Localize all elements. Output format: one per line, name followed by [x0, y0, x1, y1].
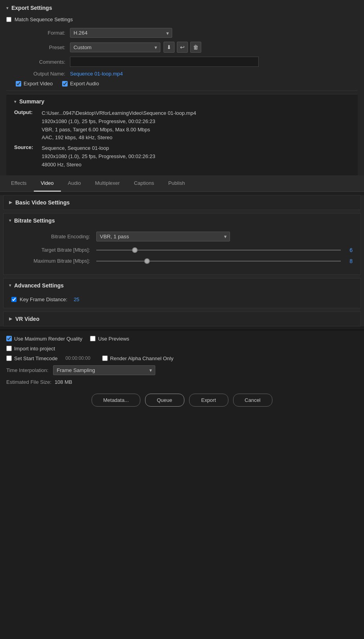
bitrate-settings-body: Bitrate Encoding: VBR, 1 pass Target Bit…	[4, 228, 360, 274]
video-settings-panel: ▶ Basic Video Settings ▾ Bitrate Setting…	[0, 195, 364, 326]
target-bitrate-slider[interactable]	[96, 250, 341, 250]
export-checkboxes: Export Video Export Audio	[6, 81, 358, 87]
export-settings-panel: ▾ Export Settings Match Sequence Setting…	[0, 0, 364, 175]
time-interpolation-row: Time Interpolation: Frame Sampling	[6, 365, 358, 375]
summary-section: ▾ Summary Output: C:\User...0947\Desktop…	[6, 94, 358, 175]
export-audio-checkbox-label[interactable]: Export Audio	[62, 81, 99, 87]
target-bitrate-value: 6	[345, 247, 353, 253]
load-preset-button[interactable]: ↩	[177, 42, 188, 53]
action-buttons: Metadata... Queue Export Cancel	[6, 390, 358, 410]
output-name-row: Output Name: Sequence 01-loop.mp4	[6, 71, 358, 77]
save-preset-button[interactable]: ⬇	[164, 42, 175, 53]
timecode-value: 00:00:00:00	[66, 355, 90, 361]
vr-video-chevron: ▶	[9, 317, 12, 321]
cancel-button[interactable]: Cancel	[233, 394, 272, 407]
output-summary-label: Output:	[14, 109, 38, 142]
bitrate-encoding-select[interactable]: VBR, 1 pass	[96, 232, 230, 241]
preset-actions: ⬇ ↩ 🗑	[164, 42, 201, 53]
vr-video-section: ▶ VR Video	[3, 311, 361, 326]
metadata-button[interactable]: Metadata...	[92, 394, 140, 407]
source-summary-content: Sequence, Sequence 01-loop 1920x1080 (1.…	[42, 144, 155, 169]
file-size-label: Estimated File Size:	[6, 379, 51, 385]
summary-header: ▾ Summary	[14, 98, 350, 105]
output-name-label: Output Name:	[14, 71, 65, 77]
max-render-quality-checkbox[interactable]	[6, 336, 12, 341]
export-settings-title: ▾ Export Settings	[6, 5, 358, 11]
export-audio-checkbox[interactable]	[62, 81, 68, 87]
tab-video[interactable]: Video	[34, 175, 61, 192]
advanced-settings-body: Key Frame Distance: 25	[4, 293, 360, 308]
divider-1	[6, 90, 358, 91]
use-previews-label[interactable]: Use Previews	[90, 336, 129, 342]
maximum-bitrate-slider[interactable]	[96, 261, 341, 261]
keyframe-label[interactable]: Key Frame Distance:	[20, 296, 67, 302]
target-bitrate-label: Target Bitrate [Mbps]:	[11, 247, 90, 253]
source-summary-label: Source:	[14, 144, 38, 169]
output-summary-row: Output: C:\User...0947\Desktop\VRforLear…	[14, 109, 350, 142]
target-bitrate-slider-wrapper: 6	[96, 247, 353, 253]
comments-input[interactable]	[70, 57, 259, 67]
tab-captions[interactable]: Captions	[127, 175, 161, 192]
bitrate-settings-header[interactable]: ▾ Bitrate Settings	[4, 214, 360, 228]
render-alpha-channel-label[interactable]: Render Alpha Channel Only	[102, 355, 173, 361]
max-render-quality-label[interactable]: Use Maximum Render Quality	[6, 336, 82, 342]
set-start-timecode-checkbox[interactable]	[6, 355, 12, 361]
bottom-options: Use Maximum Render Quality Use Previews …	[0, 330, 364, 415]
format-select[interactable]: H.264	[70, 28, 172, 38]
keyframe-distance-value: 25	[74, 296, 79, 302]
output-name-link[interactable]: Sequence 01-loop.mp4	[70, 71, 123, 77]
comments-label: Comments:	[14, 59, 65, 65]
tabs-bar: Effects Video Audio Multiplexer Captions…	[0, 175, 364, 192]
time-interpolation-select[interactable]: Frame Sampling	[53, 365, 155, 375]
export-video-checkbox[interactable]	[16, 81, 21, 87]
vr-video-header[interactable]: ▶ VR Video	[4, 312, 360, 326]
maximum-bitrate-value: 8	[345, 258, 353, 264]
summary-chevron[interactable]: ▾	[14, 99, 16, 104]
maximum-bitrate-slider-wrapper: 8	[96, 258, 353, 264]
preset-select-wrapper: Custom	[70, 42, 160, 52]
tab-multiplexer[interactable]: Multiplexer	[88, 175, 127, 192]
export-button[interactable]: Export	[189, 394, 228, 407]
target-bitrate-row: Target Bitrate [Mbps]: 6	[11, 247, 353, 253]
preset-select[interactable]: Custom	[70, 42, 160, 52]
bitrate-encoding-select-wrapper: VBR, 1 pass	[96, 232, 230, 241]
tab-audio[interactable]: Audio	[61, 175, 88, 192]
export-settings-chevron[interactable]: ▾	[6, 6, 8, 10]
render-quality-row: Use Maximum Render Quality Use Previews	[6, 336, 358, 342]
import-project-label[interactable]: Import into project	[6, 346, 55, 352]
advanced-chevron: ▾	[9, 283, 11, 287]
queue-button[interactable]: Queue	[145, 394, 184, 407]
format-row: Format: H.264	[6, 28, 358, 38]
delete-preset-button[interactable]: 🗑	[190, 42, 201, 53]
use-previews-checkbox[interactable]	[90, 336, 96, 341]
import-project-checkbox[interactable]	[6, 346, 12, 351]
preset-row: Preset: Custom ⬇ ↩ 🗑	[6, 42, 358, 53]
source-summary-row: Source: Sequence, Sequence 01-loop 1920x…	[14, 144, 350, 169]
match-sequence-checkbox[interactable]	[6, 17, 11, 22]
keyframe-row: Key Frame Distance: 25	[11, 296, 353, 302]
keyframe-checkbox[interactable]	[11, 297, 17, 302]
basic-video-chevron: ▶	[9, 200, 12, 204]
timecode-row: Set Start Timecode 00:00:00:00 Render Al…	[6, 355, 358, 361]
import-project-row: Import into project	[6, 346, 358, 352]
comments-row: Comments:	[6, 57, 358, 67]
match-sequence-label[interactable]: Match Sequence Settings	[15, 17, 73, 22]
maximum-bitrate-label: Maximum Bitrate [Mbps]:	[11, 258, 90, 264]
render-alpha-channel-checkbox[interactable]	[102, 355, 108, 361]
output-summary-content: C:\User...0947\Desktop\VRforLearningVide…	[42, 109, 196, 142]
set-start-timecode-label[interactable]: Set Start Timecode	[6, 355, 58, 361]
time-interpolation-select-wrapper: Frame Sampling	[53, 365, 155, 375]
bitrate-settings-section: ▾ Bitrate Settings Bitrate Encoding: VBR…	[3, 213, 361, 275]
bitrate-chevron: ▾	[9, 218, 11, 223]
tab-publish[interactable]: Publish	[161, 175, 192, 192]
maximum-bitrate-row: Maximum Bitrate [Mbps]: 8	[11, 258, 353, 264]
match-sequence-row: Match Sequence Settings	[6, 17, 358, 22]
time-interpolation-label: Time Interpolation:	[6, 367, 48, 373]
basic-video-settings-header[interactable]: ▶ Basic Video Settings	[4, 195, 360, 210]
export-video-checkbox-label[interactable]: Export Video	[16, 81, 53, 87]
advanced-settings-section: ▾ Advanced Settings Key Frame Distance: …	[3, 278, 361, 308]
advanced-settings-header[interactable]: ▾ Advanced Settings	[4, 278, 360, 293]
file-size-value: 108 MB	[55, 379, 72, 385]
file-size-row: Estimated File Size: 108 MB	[6, 379, 358, 385]
tab-effects[interactable]: Effects	[4, 175, 34, 192]
